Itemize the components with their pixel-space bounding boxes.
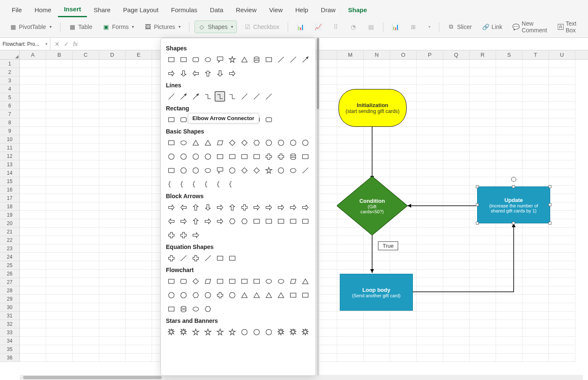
row-header[interactable]: 25: [0, 261, 19, 270]
tab-insert[interactable]: Insert: [58, 2, 87, 17]
rotate-handle[interactable]: [511, 177, 516, 182]
shape-option[interactable]: [288, 137, 298, 148]
shape-option[interactable]: [202, 216, 213, 226]
col-header[interactable]: D: [99, 50, 126, 59]
shape-option[interactable]: [166, 230, 176, 240]
row-header[interactable]: 16: [0, 186, 19, 194]
row-header[interactable]: 14: [0, 169, 19, 177]
shape-option[interactable]: [190, 202, 201, 212]
shape-option[interactable]: [227, 276, 237, 286]
shape-option[interactable]: [166, 151, 176, 162]
shape-option[interactable]: [190, 253, 201, 263]
shape-option[interactable]: [276, 276, 286, 286]
row-header[interactable]: 8: [0, 118, 19, 127]
shape-option[interactable]: [239, 290, 249, 300]
shape-option[interactable]: [251, 327, 262, 337]
row-header[interactable]: 24: [0, 253, 19, 261]
shape-option[interactable]: [251, 54, 262, 65]
col-header[interactable]: C: [73, 50, 99, 59]
shape-option[interactable]: [166, 179, 176, 189]
shape-option[interactable]: [227, 202, 237, 212]
shape-option[interactable]: [239, 54, 249, 65]
shape-option[interactable]: [263, 327, 274, 337]
col-header[interactable]: P: [417, 50, 443, 59]
row-header[interactable]: 18: [0, 202, 19, 211]
shape-option[interactable]: [251, 151, 262, 162]
shape-option[interactable]: [178, 179, 189, 189]
shape-option[interactable]: [251, 137, 262, 148]
tab-draw[interactable]: Draw: [315, 3, 341, 17]
row-header[interactable]: 34: [0, 337, 19, 345]
shape-option[interactable]: [239, 137, 249, 148]
shape-option[interactable]: [190, 327, 201, 337]
shape-option[interactable]: [190, 230, 201, 240]
shape-option[interactable]: [227, 179, 237, 189]
col-header[interactable]: M: [337, 50, 364, 59]
row-header[interactable]: 32: [0, 320, 19, 328]
tab-share[interactable]: Share: [88, 3, 116, 17]
col-header[interactable]: A: [20, 50, 46, 59]
shape-option[interactable]: [239, 91, 249, 102]
shape-option[interactable]: [276, 54, 286, 65]
shape-option[interactable]: [166, 276, 176, 286]
shape-option[interactable]: [288, 54, 298, 65]
shape-option[interactable]: [178, 165, 189, 176]
shape-option[interactable]: [215, 151, 225, 162]
shape-option[interactable]: [263, 216, 274, 226]
shape-option[interactable]: [202, 327, 213, 337]
shape-option[interactable]: [202, 91, 213, 102]
shape-option[interactable]: [215, 276, 225, 286]
tab-file[interactable]: File: [6, 3, 28, 17]
shape-option[interactable]: [263, 91, 274, 102]
resize-handle[interactable]: [549, 185, 551, 188]
shape-option[interactable]: [300, 151, 310, 162]
col-header[interactable]: O: [390, 50, 417, 59]
shape-option[interactable]: [239, 276, 249, 286]
shape-option[interactable]: [227, 151, 237, 162]
shape-option[interactable]: [178, 91, 189, 102]
row-header[interactable]: 2: [0, 68, 19, 76]
col-header[interactable]: S: [496, 50, 522, 59]
shape-option[interactable]: [300, 276, 310, 286]
shape-option[interactable]: [300, 54, 310, 65]
shape-option[interactable]: [202, 165, 213, 176]
shape-option[interactable]: [227, 68, 237, 79]
name-box[interactable]: Flowchart: Pro...▾: [0, 38, 50, 50]
shape-option[interactable]: [190, 290, 201, 300]
shape-option[interactable]: [202, 202, 213, 212]
row-header[interactable]: 3: [0, 76, 19, 85]
shape-option[interactable]: [166, 304, 176, 314]
col-header[interactable]: U: [549, 50, 575, 59]
shape-option[interactable]: [288, 151, 298, 162]
col-header[interactable]: R: [470, 50, 496, 59]
shape-option[interactable]: [190, 68, 201, 79]
row-header[interactable]: 13: [0, 160, 19, 169]
shape-option[interactable]: [166, 327, 176, 337]
shape-option[interactable]: [251, 165, 262, 176]
shape-option[interactable]: [215, 91, 225, 102]
shape-option[interactable]: [300, 327, 310, 337]
accept-icon[interactable]: ✓: [64, 41, 69, 47]
shape-option[interactable]: [166, 202, 176, 212]
shape-option[interactable]: [263, 151, 274, 162]
shape-option[interactable]: [239, 327, 249, 337]
shape-option[interactable]: [251, 91, 262, 102]
shape-option[interactable]: [276, 165, 286, 176]
shape-option[interactable]: [178, 68, 189, 79]
tab-pagelayout[interactable]: Page Layout: [117, 3, 164, 17]
shape-option[interactable]: [300, 202, 310, 212]
shape-option[interactable]: [178, 327, 189, 337]
tab-shape[interactable]: Shape: [342, 3, 373, 17]
shape-option[interactable]: [202, 68, 213, 79]
shape-option[interactable]: [288, 165, 298, 176]
shape-option[interactable]: [190, 151, 201, 162]
tab-view[interactable]: View: [263, 3, 289, 17]
shape-option[interactable]: [227, 216, 237, 226]
shape-option[interactable]: [215, 253, 225, 263]
link-button[interactable]: 🔗Link: [478, 21, 506, 33]
shape-option[interactable]: [288, 327, 298, 337]
row-header[interactable]: 33: [0, 328, 19, 337]
shape-option[interactable]: [239, 165, 249, 176]
shapes-button[interactable]: ◇Shapes: [194, 21, 237, 33]
shape-option[interactable]: [215, 165, 225, 176]
